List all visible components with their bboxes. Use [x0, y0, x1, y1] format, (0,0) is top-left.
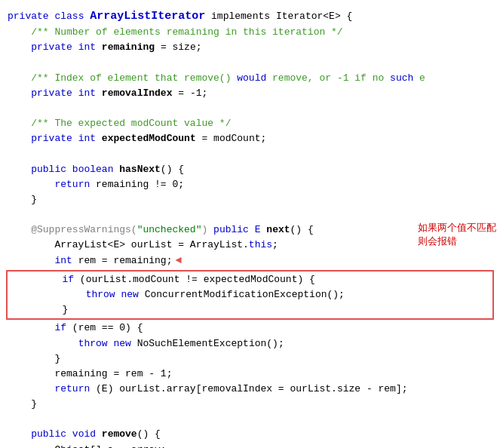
code-line-6: private int removalIndex = -1; — [0, 86, 500, 101]
code-text: (rem == 0) { — [72, 321, 143, 336]
code-line-22: throw new NoSuchElementException(); — [0, 336, 500, 351]
keyword-return: return — [54, 177, 96, 192]
code-line-28: public void remove() { — [0, 427, 500, 442]
code-text: remaining = size; — [96, 40, 201, 55]
arrow-indicator: ◄ — [175, 253, 181, 269]
code-container: private class ArrayListIterator implemen… — [0, 0, 500, 448]
code-line-20: } — [8, 302, 492, 318]
keyword-E: E — [255, 222, 261, 238]
code-text: rem = remaining; — [72, 253, 173, 268]
code-text: remaining = rem - 1; — [8, 367, 172, 382]
comment-3: /** The expected modCount value */ — [8, 116, 231, 131]
code-line-24: remaining = rem - 1; — [0, 367, 500, 382]
code-text: (ourList.modCount != expectedModCount) { — [80, 272, 315, 287]
code-text — [8, 336, 78, 351]
class-name: ArrayListIterator — [90, 8, 205, 25]
keyword-private2: private — [31, 86, 78, 101]
code-text — [8, 162, 31, 177]
code-text: (E) ourList.array[removalIndex = ourList… — [96, 382, 407, 397]
code-text — [15, 287, 86, 302]
code-text — [8, 86, 31, 101]
code-text — [8, 382, 54, 397]
code-line-13: } — [0, 192, 500, 207]
code-text: } — [8, 192, 37, 207]
code-text: ConcurrentModificationException(); — [145, 287, 345, 302]
code-text — [207, 222, 213, 238]
keyword-int2: int — [78, 86, 96, 101]
keyword-return2: return — [54, 382, 96, 397]
code-line-21: if (rem == 0) { — [0, 321, 500, 336]
keyword-int4: int — [54, 253, 72, 268]
code-line-29: Object[] a = array; — [0, 443, 500, 448]
code-line-2: /** Number of elements remaining in this… — [0, 25, 500, 40]
code-text — [8, 131, 31, 146]
code-line-3: private int remaining = size; — [0, 40, 500, 55]
code-line-18: if (ourList.modCount != expectedModCount… — [8, 272, 492, 287]
code-text: ArrayList<E> ourList = ArrayList. — [8, 238, 249, 253]
code-text — [8, 253, 54, 268]
keyword-class: class — [54, 9, 90, 24]
keyword-if: if — [62, 272, 79, 287]
code-text: hasNext() { — [113, 162, 184, 177]
code-line-8: /** The expected modCount value */ — [0, 116, 500, 131]
keyword-boolean: boolean — [72, 162, 114, 177]
code-line-23: } — [0, 351, 500, 367]
keyword-private3: private — [31, 131, 78, 146]
code-line-19: throw new ConcurrentModificationExceptio… — [8, 287, 492, 302]
code-line-7 — [0, 101, 500, 116]
keyword-this: this — [249, 238, 272, 253]
code-line-25: return (E) ourList.array[removalIndex = … — [0, 382, 500, 397]
comment-2c: e — [413, 71, 425, 86]
keyword-private: private — [8, 9, 54, 24]
keyword-if2: if — [54, 321, 72, 336]
keyword-new2: new — [113, 336, 137, 351]
comment-1: /** Number of elements remaining in this… — [8, 25, 343, 40]
annotation-line2: 则会报错 — [418, 235, 457, 247]
keyword-new: new — [121, 287, 144, 302]
code-text: } — [15, 302, 68, 318]
code-text: removalIndex = -1; — [96, 86, 207, 101]
code-text: remove() { — [96, 427, 161, 442]
keyword-public3: public — [31, 427, 72, 442]
keyword-void: void — [72, 427, 96, 442]
code-line-11: public boolean hasNext() { — [0, 162, 500, 177]
code-text: remaining != 0; — [96, 177, 184, 192]
code-line-26: } — [0, 397, 500, 412]
code-text: implements Iterator<E> { — [205, 9, 352, 24]
keyword-throw2: throw — [78, 336, 114, 351]
code-text: Object[] a = array; — [8, 443, 167, 448]
annotation-line1: 如果两个值不匹配 — [418, 222, 496, 233]
code-line-5: /** Index of element that remove() would… — [0, 71, 500, 86]
keyword-throw: throw — [86, 287, 121, 302]
annotation-bubble: 如果两个值不匹配 则会报错 — [418, 221, 496, 248]
code-text: } — [8, 397, 37, 412]
code-text: NoSuchElementException(); — [137, 336, 284, 351]
highlight-box: if (ourList.modCount != expectedModCount… — [6, 270, 494, 320]
code-text — [8, 321, 54, 336]
comment-2b: remove, or -1 if no — [266, 71, 390, 86]
code-text — [8, 222, 31, 238]
code-line-14 — [0, 207, 500, 222]
keyword-public: public — [31, 162, 72, 177]
highlight-region: if (ourList.modCount != expectedModCount… — [0, 270, 500, 320]
code-line-15: @SuppressWarnings("unchecked") public E … — [0, 222, 500, 238]
code-text: } — [8, 351, 60, 367]
code-text: ; — [272, 238, 278, 253]
code-line-9: private int expectedModCount = modCount; — [0, 131, 500, 146]
keyword-int: int — [78, 40, 96, 55]
code-text — [8, 427, 31, 442]
code-text: expectedModCount = modCount; — [96, 131, 266, 146]
code-line-12: return remaining != 0; — [0, 177, 500, 192]
keyword-such: such — [390, 71, 413, 86]
code-line-17: int rem = remaining; ◄ — [0, 253, 500, 269]
code-text — [8, 177, 54, 192]
comment-2: /** Index of element that remove() — [8, 71, 237, 86]
keyword-private: private — [31, 40, 78, 55]
annotation-suppress: @SuppressWarnings("unchecked") — [31, 222, 207, 238]
code-line-1: private class ArrayListIterator implemen… — [0, 8, 500, 25]
code-text — [8, 40, 31, 55]
code-text — [15, 272, 62, 287]
code-line-10 — [0, 146, 500, 161]
keyword-public2: public — [213, 222, 255, 238]
code-line-27 — [0, 412, 500, 427]
